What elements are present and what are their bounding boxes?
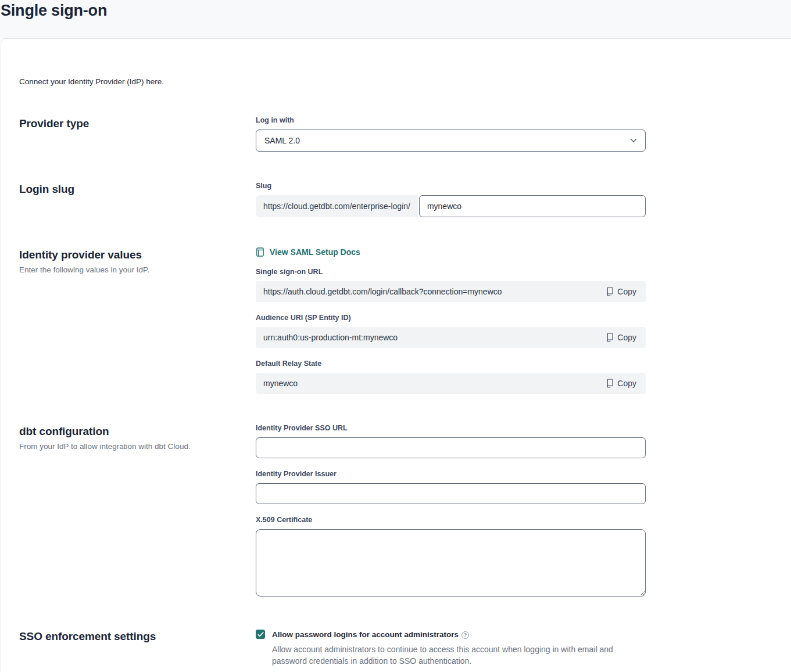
provider-type-heading: Provider type <box>19 117 256 130</box>
provider-type-select[interactable]: SAML 2.0 <box>256 130 646 152</box>
certificate-field-group: X.509 Certificate <box>256 516 646 599</box>
check-icon <box>257 632 264 637</box>
login-slug-section: Login slug Slug https://cloud.getdbt.com… <box>19 182 791 217</box>
sso-url-field-group: Single sign-on URL https://auth.cloud.ge… <box>256 268 646 302</box>
copy-icon <box>605 287 613 296</box>
copy-sso-url-button[interactable]: Copy <box>603 286 639 297</box>
idp-sso-url-input[interactable] <box>256 437 646 458</box>
copy-relay-state-button[interactable]: Copy <box>603 378 639 389</box>
help-icon[interactable]: ? <box>461 631 469 639</box>
login-slug-heading: Login slug <box>19 183 256 196</box>
sso-settings-card: Connect your Identity Provider (IdP) her… <box>1 38 791 672</box>
allow-password-logins-description: Allow account administrators to continue… <box>272 644 632 667</box>
copy-icon <box>605 379 613 388</box>
slug-label: Slug <box>256 182 646 190</box>
idp-issuer-label: Identity Provider Issuer <box>256 470 646 478</box>
chevron-down-icon <box>630 138 637 143</box>
page-header: Single sign-on <box>0 0 791 38</box>
sso-url-value: https://auth.cloud.getdbt.com/login/call… <box>263 287 502 296</box>
idp-issuer-field-group: Identity Provider Issuer <box>256 470 646 504</box>
allow-password-logins-label: Allow password logins for account admini… <box>272 630 459 639</box>
audience-uri-readonly-field: urn:auth0:us-production-mt:mynewco Copy <box>256 327 646 348</box>
login-with-label: Log in with <box>256 116 646 124</box>
audience-uri-value: urn:auth0:us-production-mt:mynewco <box>263 333 398 342</box>
sso-enforcement-heading: SSO enforcement settings <box>19 630 256 643</box>
dbt-configuration-subtitle: From your IdP to allow integration with … <box>19 442 256 451</box>
idp-values-heading: Identity provider values <box>19 249 256 261</box>
dbt-configuration-heading: dbt configuration <box>19 425 256 438</box>
slug-field: https://cloud.getdbt.com/enterprise-logi… <box>256 195 646 217</box>
sso-enforcement-section: SSO enforcement settings Allow password … <box>19 629 791 667</box>
idp-sso-url-label: Identity Provider SSO URL <box>256 424 646 432</box>
slug-url-prefix: https://cloud.getdbt.com/enterprise-logi… <box>256 195 418 217</box>
provider-type-section: Provider type Log in with SAML 2.0 <box>19 116 791 152</box>
sso-url-label: Single sign-on URL <box>256 268 646 276</box>
allow-password-logins-checkbox[interactable] <box>256 630 265 639</box>
idp-values-subtitle: Enter the following values in your IdP. <box>19 265 256 274</box>
certificate-label: X.509 Certificate <box>256 516 646 524</box>
slug-input[interactable] <box>419 195 646 217</box>
copy-button-label: Copy <box>617 287 636 296</box>
intro-text: Connect your Identity Provider (IdP) her… <box>19 77 791 86</box>
relay-state-field-group: Default Relay State mynewco Copy <box>256 360 646 394</box>
view-saml-docs-label: View SAML Setup Docs <box>270 247 360 257</box>
audience-uri-label: Audience URI (SP Entity ID) <box>256 314 646 322</box>
copy-button-label: Copy <box>617 379 636 388</box>
copy-icon <box>605 333 613 342</box>
document-icon <box>256 247 264 257</box>
provider-type-selected-value: SAML 2.0 <box>264 136 300 145</box>
sso-url-readonly-field: https://auth.cloud.getdbt.com/login/call… <box>256 281 646 302</box>
certificate-textarea[interactable] <box>256 529 646 596</box>
audience-uri-field-group: Audience URI (SP Entity ID) urn:auth0:us… <box>256 314 646 348</box>
idp-sso-url-field-group: Identity Provider SSO URL <box>256 424 646 458</box>
idp-issuer-input[interactable] <box>256 483 646 504</box>
dbt-configuration-section: dbt configuration From your IdP to allow… <box>19 424 791 599</box>
copy-audience-uri-button[interactable]: Copy <box>603 332 639 343</box>
relay-state-label: Default Relay State <box>256 360 646 368</box>
copy-button-label: Copy <box>617 333 636 342</box>
allow-password-logins-row: Allow password logins for account admini… <box>256 629 646 667</box>
relay-state-value: mynewco <box>263 379 298 388</box>
view-saml-docs-link[interactable]: View SAML Setup Docs <box>256 247 360 257</box>
idp-values-section: Identity provider values Enter the follo… <box>19 247 791 394</box>
page-title: Single sign-on <box>1 2 791 20</box>
relay-state-readonly-field: mynewco Copy <box>256 373 646 394</box>
